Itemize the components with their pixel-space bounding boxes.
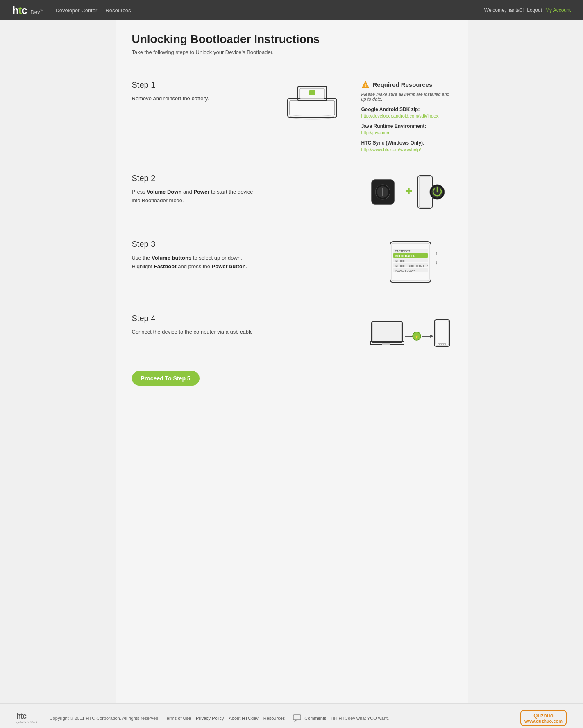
step3-desc: Use the Volume buttons to select up or d… [132,254,255,271]
svg-rect-50 [293,715,301,720]
svg-point-46 [439,344,440,345]
step3-image: FASTBOOT BOOTLOADER REBOOT REBOOT BOOTLO… [386,240,451,285]
page-subtitle: Take the following steps to Unlock your … [132,49,451,55]
watermark-line1: Quzhuo [524,712,563,719]
footer-tagline: quietly brilliant [16,721,37,724]
footer-htc-text: htc [16,712,26,721]
tm-symbol: ™ [40,9,43,12]
htc-logo-area: htc Dev™ [12,4,43,17]
resource-label-1: Java Runtime Environment: [361,123,451,129]
nav-developer-center[interactable]: Developer Center [55,7,97,14]
svg-text:POWER DOWN: POWER DOWN [395,269,416,272]
htc-text: h [12,4,18,16]
content-wrapper: Unlocking Bootloader Instructions Take t… [116,20,468,703]
resource-link-2[interactable]: http://www.htc.com/www/help/ [361,147,451,152]
svg-point-49 [445,344,446,345]
footer-comments-suffix: - Tell HTCdev what YOU want. [328,716,389,721]
dev-label: Dev™ [30,9,43,15]
step2-title: Step 2 [132,174,353,183]
resources-header: ! Required Resources [361,80,451,88]
svg-rect-4 [309,90,315,95]
svg-rect-17 [419,177,431,207]
svg-text:+: + [406,185,412,197]
footer-comments-area: Comments - Tell HTCdev what YOU want. [293,714,389,722]
svg-text:FASTBOOT: FASTBOOT [395,250,411,253]
step3-section: Step 3 Use the Volume buttons to select … [132,231,451,297]
svg-rect-45 [438,343,446,344]
my-account-link[interactable]: My Account [545,7,571,13]
step2-desc: Press Volume Down and Power to start the… [132,188,255,205]
warning-icon: ! [361,80,370,88]
step1-desc: Remove and reinsert the battery. [132,95,255,103]
htc-logo: htc [12,4,29,16]
svg-rect-35 [373,323,401,341]
step1-title: Step 1 [132,80,263,90]
header-logo: htc Dev™ Developer Center Resources [12,4,131,17]
svg-text:↓: ↓ [435,260,438,265]
step1-image [279,80,345,121]
htc-t-green: t [18,4,22,16]
svg-text:↓: ↓ [396,193,398,198]
step4-title: Step 4 [132,314,353,323]
step4-image: ⚡ [370,314,451,350]
step4-section: Step 4 Connect the device to the compute… [132,305,451,363]
proceed-button-container: Proceed To Step 5 [132,363,451,386]
svg-marker-42 [430,335,433,338]
svg-point-48 [443,344,444,345]
watermark: Quzhuo www.quzhuo.com [520,710,567,726]
resource-item-0: Google Android SDK zip: http://developer… [361,106,451,118]
svg-text:BOOTLOADER: BOOTLOADER [395,255,415,258]
fastboot-illustration: FASTBOOT BOOTLOADER REBOOT REBOOT BOOTLO… [386,240,451,285]
step2-section: Step 2 Press Volume Down and Power to st… [132,165,451,223]
step4-content: Step 4 Connect the device to the compute… [132,314,353,337]
htc-c-text: c [22,4,27,16]
resources-box: ! Required Resources Please make sure al… [361,80,451,157]
resources-subtitle: Please make sure all items are installed… [361,92,451,102]
svg-text:↑: ↑ [396,185,398,190]
logout-link[interactable]: Logout [527,7,542,13]
welcome-text: Welcome, hanta0! [484,7,524,13]
proceed-button[interactable]: Proceed To Step 5 [132,371,200,386]
svg-text:REBOOT: REBOOT [395,260,407,262]
nav-resources[interactable]: Resources [105,7,131,14]
divider-1 [132,161,451,161]
footer-privacy[interactable]: Privacy Policy [196,716,224,721]
step2-bold2: Power [193,189,209,195]
step3-title: Step 3 [132,240,370,249]
step2-image: ↑ ↓ + [370,174,451,210]
footer-logo: htc quietly brilliant [16,712,37,724]
step1-content: Step 1 Remove and reinsert the battery. [132,80,263,103]
header: htc Dev™ Developer Center Resources Welc… [0,0,583,20]
resource-link-0[interactable]: http://developer.android.com/sdk/index. [361,113,451,118]
svg-rect-44 [436,321,449,345]
svg-text:REBOOT BOOTLOADER: REBOOT BOOTLOADER [395,265,428,267]
volume-power-illustration: ↑ ↓ + [370,174,451,210]
watermark-line2: www.quzhuo.com [524,719,563,723]
footer-comments-link[interactable]: Comments [304,716,326,721]
svg-rect-1 [290,101,335,115]
header-nav: Developer Center Resources [55,7,131,14]
footer: htc quietly brilliant Copyright © 2011 H… [0,703,583,728]
svg-text:↑: ↑ [435,251,438,256]
step3-bold1: Volume buttons [152,255,191,261]
resource-item-2: HTC Sync (Windows Only): http://www.htc.… [361,140,451,152]
resource-item-1: Java Runtime Environment: http://java.co… [361,123,451,135]
footer-links: Copyright © 2011 HTC Corporation. All ri… [50,716,285,721]
resource-link-1[interactable]: http://java.com [361,130,451,135]
footer-terms[interactable]: Terms of Use [164,716,191,721]
comments-icon [293,714,303,722]
battery-illustration [279,80,345,121]
step1-section: Step 1 Remove and reinsert the battery. [132,80,451,157]
svg-point-47 [441,344,442,345]
footer-copyright: Copyright © 2011 HTC Corporation. All ri… [50,716,160,721]
top-divider [132,68,451,68]
svg-text:⚡: ⚡ [414,334,420,339]
usb-illustration: ⚡ [370,314,451,350]
step4-desc: Connect the device to the computer via a… [132,328,255,337]
step3-bold2: Fastboot [154,263,177,269]
page-title: Unlocking Bootloader Instructions [132,33,451,46]
footer-about[interactable]: About HTCdev [229,716,259,721]
step3-content: Step 3 Use the Volume buttons to select … [132,240,370,271]
step3-bold3: Power button [212,263,246,269]
footer-resources[interactable]: Resources [263,716,285,721]
